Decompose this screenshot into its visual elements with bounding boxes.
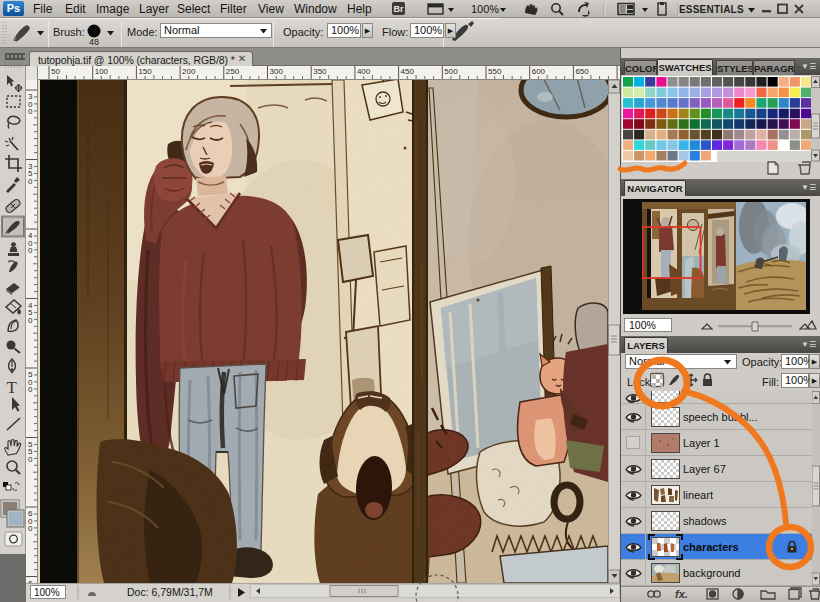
svg-text:0: 0 [28,455,33,464]
svg-text:150: 150 [138,67,152,76]
svg-text:0: 0 [28,177,33,186]
svg-text:Br: Br [393,4,403,14]
svg-text:100%: 100% [471,3,499,15]
svg-text:250: 250 [226,67,240,76]
svg-text:Doc: 6,79M/31,7M: Doc: 6,79M/31,7M [127,586,213,598]
svg-text:0: 0 [28,385,33,394]
svg-text:0: 0 [28,107,33,116]
svg-text:300: 300 [270,67,284,76]
svg-text:650: 650 [575,67,589,76]
svg-text:600: 600 [532,67,546,76]
svg-text:550: 550 [488,67,502,76]
svg-text:0: 0 [28,316,33,325]
svg-text:500: 500 [444,67,458,76]
svg-text:50: 50 [51,67,60,76]
svg-text:350: 350 [313,67,327,76]
svg-text:ESSENTIALS: ESSENTIALS [679,4,744,15]
svg-text:T: T [7,378,18,397]
svg-text:0: 0 [28,246,33,255]
svg-text:450: 450 [401,67,415,76]
svg-text:0: 0 [28,524,33,533]
svg-text:200: 200 [182,67,196,76]
svg-text:100: 100 [95,67,109,76]
svg-text:fx.: fx. [675,588,688,600]
svg-text:400: 400 [357,67,371,76]
svg-text:48: 48 [89,37,99,47]
